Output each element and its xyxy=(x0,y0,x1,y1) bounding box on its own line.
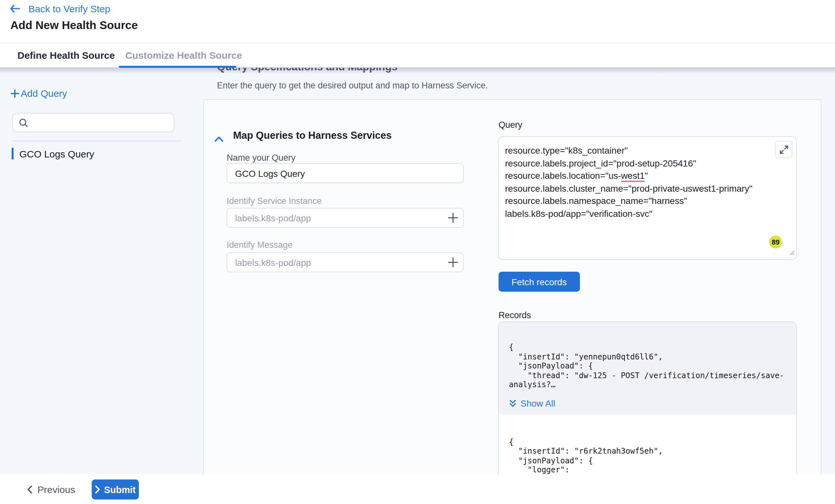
query-mapping-panel: Map Queries to Harness Services Name you… xyxy=(203,99,821,474)
expand-icon xyxy=(779,145,788,154)
query-name-input[interactable] xyxy=(227,163,464,183)
chevron-up-icon[interactable] xyxy=(215,133,223,145)
tab-define-health-source[interactable]: Define Health Source xyxy=(17,43,115,67)
service-instance-field xyxy=(227,208,464,228)
records-panel: { "insertId": "yennepun0qtd6ll6", "jsonP… xyxy=(498,321,797,474)
section-subtitle: Enter the query to get the desired outpu… xyxy=(217,81,488,90)
submit-button[interactable]: Submit xyxy=(92,480,139,500)
plus-icon xyxy=(448,257,459,268)
chevron-right-icon xyxy=(95,485,100,494)
add-service-instance-button[interactable] xyxy=(448,212,459,223)
name-your-query-label: Name your Query xyxy=(227,153,296,163)
record-item: { "insertId": "r6rk2tnah3owf5eh", "jsonP… xyxy=(498,414,796,474)
sidebar-divider xyxy=(12,141,181,141)
fetch-records-button[interactable]: Fetch records xyxy=(498,272,579,292)
plus-icon xyxy=(10,89,19,98)
add-message-button[interactable] xyxy=(448,257,459,268)
query-editor[interactable]: resource.type="k8s_container" resource.l… xyxy=(498,136,797,260)
message-input[interactable] xyxy=(227,252,464,272)
records-label: Records xyxy=(498,310,531,320)
page-title: Add New Health Source xyxy=(10,19,138,32)
add-health-source-page: Back to Verify Step Add New Health Sourc… xyxy=(0,0,835,504)
map-queries-section-title: Map Queries to Harness Services xyxy=(233,130,392,141)
arrow-left-icon xyxy=(10,4,20,13)
back-to-verify-step-link[interactable]: Back to Verify Step xyxy=(10,3,110,14)
expand-query-button[interactable] xyxy=(775,141,792,158)
query-item-label: GCO Logs Query xyxy=(19,148,94,159)
character-count-badge: 89 xyxy=(769,235,782,249)
query-line: resource.labels.location="us-west1" xyxy=(505,170,774,182)
previous-button[interactable]: Previous xyxy=(27,481,75,498)
add-query-button[interactable]: Add Query xyxy=(10,88,67,99)
health-source-tabbar: Define Health Source Customize Health So… xyxy=(0,43,835,68)
query-line: resource.type="k8s_container" xyxy=(505,145,774,157)
selected-indicator-bar xyxy=(12,148,14,160)
tab-customize-health-source[interactable]: Customize Health Source xyxy=(125,43,242,67)
query-line: resource.labels.project_id="prod-setup-2… xyxy=(505,157,774,170)
double-chevron-down-icon xyxy=(509,399,517,407)
query-label: Query xyxy=(498,120,523,130)
plus-icon xyxy=(448,212,459,223)
show-all-label: Show All xyxy=(521,398,555,408)
service-instance-input[interactable] xyxy=(227,208,464,228)
search-icon xyxy=(19,118,28,130)
show-all-link[interactable]: Show All xyxy=(509,398,786,409)
sidebar-item-gco-logs-query[interactable]: GCO Logs Query xyxy=(12,146,94,161)
resize-handle[interactable] xyxy=(789,247,795,258)
identify-message-label: Identify Message xyxy=(227,240,292,250)
identify-service-instance-label: Identify Service Instance xyxy=(227,196,322,206)
content-area: Query Specifications and Mappings Enter … xyxy=(0,68,835,474)
footer-bar: Previous Submit xyxy=(0,474,835,504)
page-header: Back to Verify Step Add New Health Sourc… xyxy=(0,0,835,43)
query-line: resource.labels.cluster_name="prod-priva… xyxy=(505,182,774,195)
spellcheck-underlined-word: west1 xyxy=(621,170,645,182)
section-title: Query Specifications and Mappings xyxy=(217,68,398,73)
record-item: { "insertId": "yennepun0qtd6ll6", "jsonP… xyxy=(498,322,796,414)
query-search-box xyxy=(12,113,175,132)
query-line: labels.k8s-pod/app="verification-svc" xyxy=(505,208,774,220)
previous-label: Previous xyxy=(38,484,75,495)
search-input[interactable] xyxy=(32,115,170,132)
back-link-label: Back to Verify Step xyxy=(28,3,110,14)
query-line: resource.labels.namespace_name="harness" xyxy=(505,195,774,208)
chevron-left-icon xyxy=(27,485,32,493)
submit-label: Submit xyxy=(104,484,136,495)
add-query-label: Add Query xyxy=(21,88,67,99)
message-field xyxy=(227,252,464,272)
active-tab-indicator xyxy=(119,65,236,68)
query-text: resource.type="k8s_container" resource.l… xyxy=(498,137,796,220)
